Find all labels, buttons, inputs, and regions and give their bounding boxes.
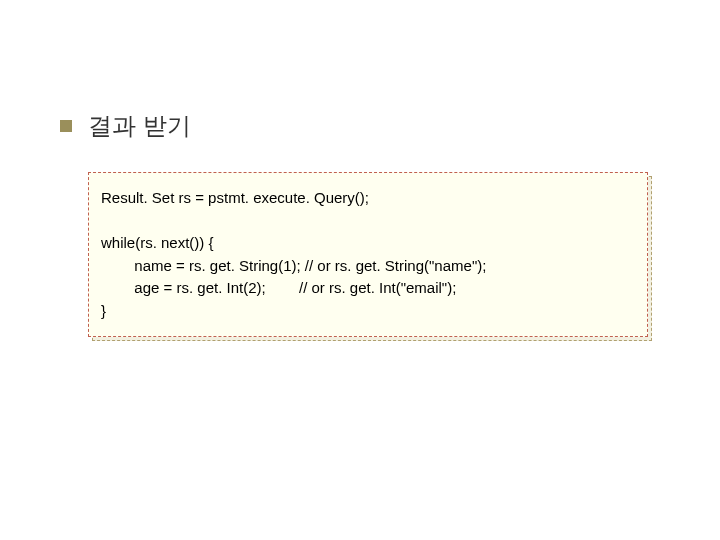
code-line: Result. Set rs = pstmt. execute. Query()… <box>101 187 631 210</box>
code-line: } <box>101 300 631 323</box>
slide: 결과 받기 Result. Set rs = pstmt. execute. Q… <box>0 0 720 540</box>
code-blank <box>101 210 631 233</box>
code-line: name = rs. get. String(1); // or rs. get… <box>101 255 631 278</box>
heading-row: 결과 받기 <box>60 110 660 142</box>
code-block: Result. Set rs = pstmt. execute. Query()… <box>88 172 648 337</box>
code-line: while(rs. next()) { <box>101 232 631 255</box>
bullet-icon <box>60 120 72 132</box>
heading-text: 결과 받기 <box>88 110 191 142</box>
code-line: age = rs. get. Int(2); // or rs. get. In… <box>101 277 631 300</box>
code-box: Result. Set rs = pstmt. execute. Query()… <box>88 172 648 337</box>
